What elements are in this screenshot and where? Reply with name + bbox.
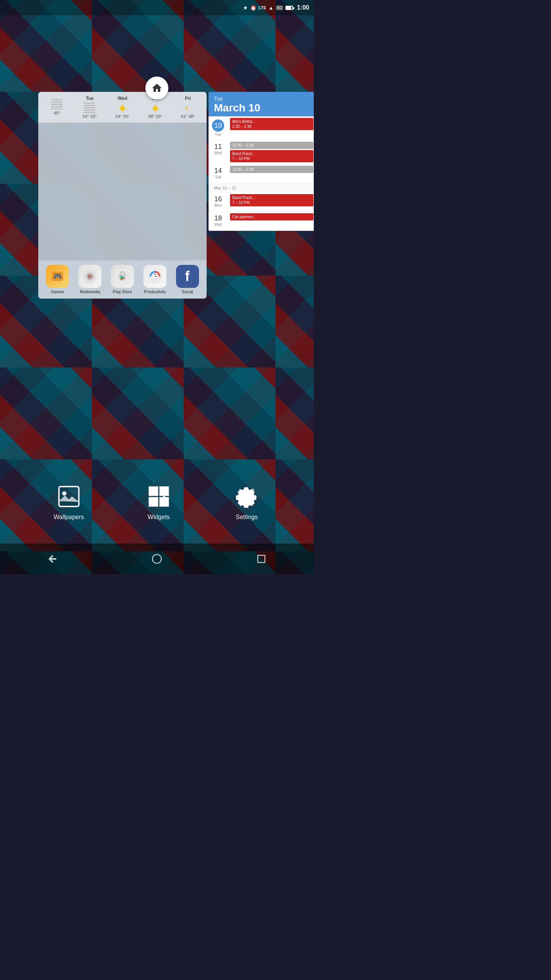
calendar-row-10: 10 Tue Mel's Birthd... 2:30 – 3:30 — [209, 116, 314, 140]
calendar-event-car: Car paymen... — [230, 213, 313, 220]
home-pin-icon — [151, 82, 163, 94]
svg-point-0 — [120, 106, 125, 111]
settings-svg — [235, 485, 258, 508]
weather-today: 40° — [41, 99, 73, 115]
battery-icon — [285, 6, 293, 10]
weather-today-icon — [51, 99, 63, 111]
games-icon: 🎮 — [46, 265, 69, 288]
widgets-icon — [145, 483, 172, 510]
weather-fri-icon — [182, 103, 194, 114]
weather-wed-icon — [117, 103, 128, 114]
calendar-date-18: 18 Wed — [209, 212, 228, 230]
calendar-event-band-16: Band Practi... 7 – 10 PM — [230, 194, 313, 206]
calendar-row-16: 16 Mon Band Practi... 7 – 10 PM — [209, 193, 314, 212]
app-icon-multimedia[interactable]: Multimedia — [78, 265, 101, 294]
lte-icon: LTE — [259, 5, 266, 10]
calendar-date-11: 11 Wed — [209, 140, 228, 164]
left-panel: 40° Tue 53° 33° Wed 54° 29° Thu 58° 33° — [38, 92, 207, 299]
home-pin-button[interactable] — [145, 77, 168, 100]
app-icon-social[interactable]: f Social — [176, 265, 199, 294]
weather-thu-icon — [150, 103, 161, 114]
calendar-row-14: 14 Sat 12:30 – 1:30 — [209, 164, 314, 183]
svg-rect-27 — [149, 497, 158, 506]
settings-icon — [233, 483, 260, 510]
svg-text:🎮: 🎮 — [53, 272, 62, 281]
calendar-events-18: Car paymen... — [228, 212, 314, 230]
app-icon-productivity[interactable]: Productivity — [143, 265, 166, 294]
signal-icon: ▲ — [269, 5, 274, 11]
calendar-date-16: 16 Mon — [209, 193, 228, 211]
status-time: 1:00 — [297, 4, 309, 11]
svg-point-5 — [153, 106, 158, 111]
app-icon-games[interactable]: 🎮 Games — [46, 265, 69, 294]
social-label: Social — [182, 289, 193, 294]
playstore-icon — [111, 265, 134, 288]
calendar-event-14-gray: 12:30 – 1:30 — [230, 166, 313, 173]
weather-widget: 40° Tue 53° 33° Wed 54° 29° Thu 58° 33° — [38, 92, 207, 122]
widgets-option[interactable]: Widgets — [145, 483, 172, 521]
bottom-options: Wallpapers Widgets Settings — [0, 475, 314, 528]
weather-fri-temps: 61° 38° — [181, 114, 195, 119]
svg-rect-25 — [149, 487, 158, 496]
productivity-label: Productivity — [144, 289, 166, 294]
multimedia-label: Multimedia — [80, 289, 100, 294]
nav-recents-button[interactable] — [252, 549, 271, 568]
widgets-svg — [147, 485, 170, 508]
bluetooth-icon: ★ — [243, 5, 248, 11]
weather-thu-temps: 58° 33° — [148, 114, 162, 119]
weather-tue-temps: 53° 33° — [83, 114, 96, 119]
svg-rect-26 — [160, 487, 169, 496]
calendar-events-16: Band Practi... 7 – 10 PM — [228, 193, 314, 211]
app-icon-playstore[interactable]: Play Store — [111, 265, 134, 294]
settings-option[interactable]: Settings — [233, 483, 260, 521]
weather-wed-temps: 54° 29° — [116, 114, 129, 119]
wallpapers-label: Wallpapers — [54, 514, 84, 521]
wallpapers-option[interactable]: Wallpapers — [54, 483, 84, 521]
calendar-event-band-11: Band Practi... 7 – 10 PM — [230, 150, 313, 162]
svg-point-24 — [62, 492, 66, 495]
app-icons-row: 🎮 Games Multimedia — [38, 260, 207, 299]
svg-rect-23 — [59, 487, 79, 506]
nav-home-button[interactable] — [147, 549, 166, 568]
calendar-events-11: 12:30 – 1:30 Band Practi... 7 – 10 PM — [228, 140, 314, 164]
navigation-bar — [0, 544, 314, 574]
network-icon: 6G — [276, 5, 283, 10]
app-drawer-area — [38, 122, 207, 260]
calendar-events-14: 12:30 – 1:30 — [228, 164, 314, 183]
nav-back-button[interactable] — [43, 549, 62, 568]
multimedia-icon — [78, 265, 101, 288]
weather-day-tue: Tue 53° 33° — [74, 96, 106, 119]
wallpapers-svg — [57, 485, 80, 508]
weather-tue-name: Tue — [86, 96, 93, 101]
calendar-widget: Tue March 10 10 Tue Mel's Birthd... 2:30… — [209, 92, 314, 231]
weather-wed-name: Wed — [117, 96, 127, 101]
recents-icon — [256, 554, 267, 564]
back-icon — [47, 554, 58, 564]
social-icon: f — [176, 265, 199, 288]
playstore-label: Play Store — [113, 289, 132, 294]
calendar-row-11: 11 Wed 12:30 – 1:30 Band Practi... 7 – 1… — [209, 140, 314, 164]
calendar-event-11-gray: 12:30 – 1:30 — [230, 142, 313, 149]
calendar-header: Tue March 10 — [209, 92, 314, 116]
svg-point-16 — [89, 275, 91, 278]
weather-day-fri: Fri 61° 38° — [172, 96, 204, 119]
nav-home-icon — [152, 554, 162, 564]
wallpapers-icon — [55, 483, 82, 510]
weather-day-wed: Wed 54° 29° — [107, 96, 138, 119]
alarm-icon: ⏰ — [250, 5, 256, 11]
calendar-date-10: 10 Tue — [209, 116, 228, 140]
widgets-label: Widgets — [148, 514, 170, 521]
svg-rect-32 — [258, 555, 265, 563]
weather-fri-name: Fri — [185, 96, 191, 101]
calendar-event-mel: Mel's Birthd... 2:30 – 3:30 — [230, 118, 313, 130]
status-icons: ★ ⏰ LTE ▲ 6G 1:00 — [243, 4, 309, 11]
svg-point-11 — [186, 108, 192, 111]
weather-tue-icon — [84, 103, 95, 114]
calendar-header-date: March 10 — [214, 103, 310, 113]
calendar-week-label: Mar 15 – 21 — [209, 183, 314, 193]
calendar-row-18: 18 Wed Car paymen... — [209, 212, 314, 231]
calendar-header-day: Tue — [214, 96, 310, 102]
status-bar: ★ ⏰ LTE ▲ 6G 1:00 — [0, 0, 314, 15]
calendar-date-14: 14 Sat — [209, 164, 228, 183]
svg-rect-22 — [59, 487, 79, 506]
